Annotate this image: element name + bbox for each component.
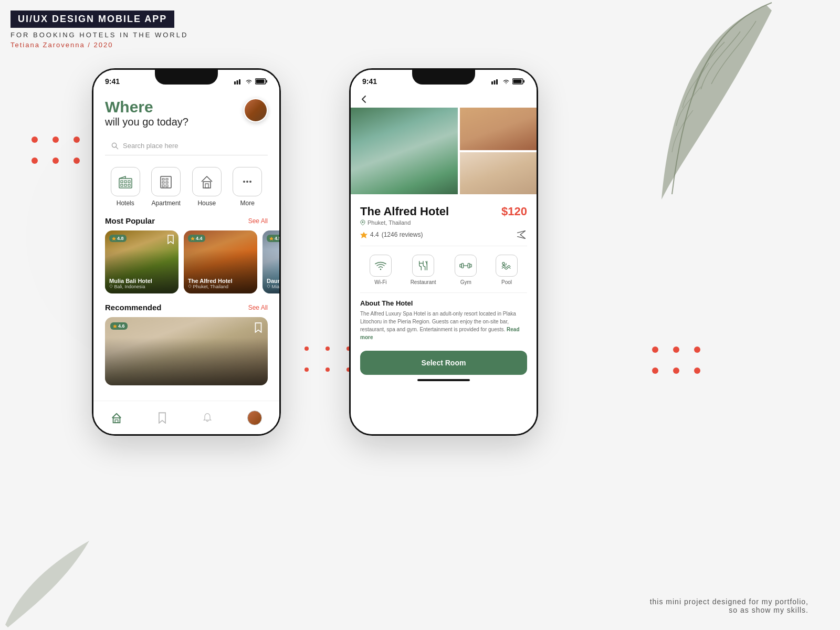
select-room-button[interactable]: Select Room xyxy=(360,351,527,375)
star-rating-icon xyxy=(360,231,368,238)
page-header: UI/UX DESIGN MOBILE APP FOR BOOKING HOTE… xyxy=(10,10,188,49)
bookmark-icon-bali[interactable] xyxy=(167,235,174,244)
phone-notch xyxy=(155,70,218,85)
phone-1-screen: 9:41 xyxy=(93,70,279,434)
hotel-card-location: Phuket, Thailand xyxy=(188,284,253,289)
nav-home[interactable] xyxy=(111,412,122,424)
svg-rect-18 xyxy=(162,182,164,183)
svg-rect-20 xyxy=(162,185,164,187)
back-button[interactable] xyxy=(351,89,537,108)
nav-profile[interactable] xyxy=(247,411,262,425)
dot xyxy=(32,158,38,164)
amenity-pool: Pool xyxy=(496,255,518,285)
svg-marker-28 xyxy=(191,237,195,240)
battery-icon xyxy=(255,78,268,85)
user-avatar[interactable] xyxy=(244,98,268,122)
hotel-rating-badge: 4.4 xyxy=(188,235,205,242)
amenity-wifi: Wi-Fi xyxy=(370,255,392,285)
svg-rect-31 xyxy=(113,418,120,423)
svg-point-26 xyxy=(249,181,251,183)
daun-rating: 4.5 xyxy=(275,236,279,241)
category-apartment[interactable]: Apartment xyxy=(151,167,181,207)
category-house[interactable]: House xyxy=(192,167,222,207)
dots-decoration-right xyxy=(652,346,704,377)
about-title: About The Hotel xyxy=(360,299,527,307)
phone1-header: Where will you go today? xyxy=(93,89,279,132)
hotel-price: $120 xyxy=(501,205,527,218)
dot xyxy=(652,368,658,374)
category-hotels-label: Hotels xyxy=(117,200,134,207)
bottom-navigation xyxy=(93,401,279,434)
svg-rect-4 xyxy=(266,80,267,83)
pool-amenity-icon xyxy=(496,255,518,277)
rating-value: 4.4 xyxy=(370,231,379,238)
svg-rect-33 xyxy=(491,81,493,85)
share-icon xyxy=(516,229,527,240)
pool-icon xyxy=(500,260,513,271)
svg-rect-44 xyxy=(468,264,470,268)
svg-rect-2 xyxy=(239,79,240,85)
rec-bookmark[interactable] xyxy=(254,322,262,333)
phone-2: 9:41 xyxy=(349,68,538,436)
hotel-card-info: The Alfred Hotel Phuket, Thailand xyxy=(188,278,253,289)
svg-rect-37 xyxy=(523,80,524,83)
wifi-icon-amenity xyxy=(375,261,386,270)
hotel-card-alfred[interactable]: 4.4 The Alfred Hotel Phuket, Thailand xyxy=(184,230,257,293)
phone-2-screen: 9:41 xyxy=(351,70,537,434)
share-button[interactable] xyxy=(516,229,527,240)
phone1-greeting: Where will you go today? xyxy=(105,98,188,128)
search-bar[interactable]: Search place here xyxy=(105,136,268,155)
divider-1 xyxy=(360,246,527,246)
svg-rect-10 xyxy=(124,181,127,183)
bali-rating: 4.8 xyxy=(117,236,124,241)
star-icon xyxy=(112,236,116,240)
nav-bookmark[interactable] xyxy=(157,412,167,424)
phone-notch xyxy=(412,70,475,85)
house-icon-box xyxy=(192,167,222,196)
greeting-subtitle: will you go today? xyxy=(105,116,188,128)
hotel-rating-row: 4.4 (1246 reviews) xyxy=(360,229,527,240)
hotel-card-daun[interactable]: 4.5 Daun Lek Miami Be xyxy=(262,230,279,293)
svg-rect-1 xyxy=(237,80,238,85)
wifi-icon xyxy=(245,78,253,85)
alfred-rating: 4.4 xyxy=(196,236,203,241)
house-icon xyxy=(200,174,214,189)
greeting-where: Where xyxy=(105,98,188,116)
svg-rect-0 xyxy=(234,81,236,85)
wifi-label: Wi-Fi xyxy=(374,279,386,285)
wifi-icon-p2 xyxy=(502,78,510,85)
dot xyxy=(652,346,658,353)
nav-notification[interactable] xyxy=(202,412,213,424)
svg-rect-14 xyxy=(128,184,130,186)
hotels-icon xyxy=(118,174,133,189)
dot xyxy=(673,368,679,374)
location-icon xyxy=(267,285,270,288)
recommended-hotel-card[interactable]: 4.6 xyxy=(105,317,268,385)
hotel-card-name: Daun Lek xyxy=(267,278,279,284)
phone-1: 9:41 xyxy=(92,68,281,436)
see-all-recommended[interactable]: See All xyxy=(248,304,268,311)
svg-point-6 xyxy=(112,143,116,147)
dot xyxy=(673,346,679,353)
category-more[interactable]: More xyxy=(233,167,262,207)
leaf-decoration-bottom xyxy=(0,536,94,630)
battery-icon-p2 xyxy=(512,78,525,85)
hotel-location: Phuket, Thailand xyxy=(360,219,527,226)
dot xyxy=(74,136,80,143)
bookmark-icon xyxy=(254,322,262,333)
dots-decoration-mid xyxy=(304,346,356,377)
hotel-side-image-bottom xyxy=(460,152,537,195)
hotel-card-bali[interactable]: 4.8 Mulia Bali Hotel Bali, Indonesia xyxy=(105,230,178,293)
hotel-main-image xyxy=(351,108,458,194)
profile-avatar xyxy=(247,411,262,425)
svg-rect-23 xyxy=(205,184,208,188)
footer-line-1: this mini project designed for my portfo… xyxy=(650,597,808,606)
recommended-header: Recommended See All xyxy=(93,301,279,317)
categories: Hotels Apartment xyxy=(93,163,279,214)
card-gradient xyxy=(105,338,268,385)
restaurant-amenity-icon xyxy=(412,255,434,277)
see-all-popular[interactable]: See All xyxy=(248,217,268,225)
category-hotels[interactable]: Hotels xyxy=(111,167,140,207)
location-pin-icon xyxy=(360,219,365,226)
about-hotel-section: About The Hotel The Alfred Luxury Spa Ho… xyxy=(351,297,537,343)
